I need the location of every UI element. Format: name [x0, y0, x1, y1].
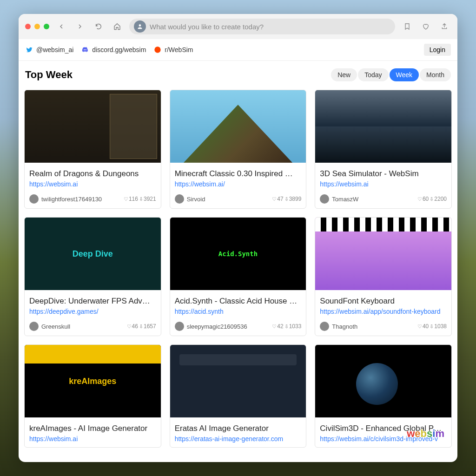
card-thumbnail — [315, 90, 451, 163]
author-avatar[interactable] — [320, 194, 329, 204]
tab-month[interactable]: Month — [420, 68, 451, 81]
card-body: kreAImages - AI Image Generatorhttps://w… — [25, 417, 161, 447]
card-body: DeepDive: Underwater FPS Adv…https://dee… — [25, 290, 161, 336]
login-button[interactable]: Login — [424, 44, 451, 56]
twitter-label: @websim_ai — [36, 46, 73, 53]
card-url[interactable]: https://websim.ai/app/soundfont-keyboard — [320, 308, 447, 315]
project-card[interactable]: SoundFont Keyboardhttps://websim.ai/app/… — [315, 217, 452, 336]
author-avatar[interactable] — [320, 322, 329, 331]
card-title: SoundFont Keyboard — [320, 297, 447, 306]
author-avatar[interactable] — [29, 194, 39, 204]
card-url[interactable]: https://websim.ai — [29, 180, 156, 188]
views-stat: ⇩3921 — [139, 196, 156, 202]
heart-icon: ♡ — [417, 196, 422, 202]
views-stat: ⇩1657 — [139, 323, 156, 330]
card-url[interactable]: https://eratas-ai-image-generator.com — [175, 435, 302, 443]
heart-icon: ♡ — [417, 324, 422, 330]
card-footer: Thagnoth♡40⇩1038 — [320, 322, 447, 331]
header-row: Top Week NewTodayWeekMonth — [23, 68, 453, 90]
tab-new[interactable]: New — [331, 68, 357, 81]
author-avatar[interactable] — [175, 322, 184, 331]
project-card[interactable]: CivilSim3D - Enhanced Global P…https://w… — [315, 344, 452, 448]
close-window-icon[interactable] — [25, 24, 31, 29]
forward-button[interactable] — [73, 20, 86, 33]
views-stat: ⇩2200 — [430, 196, 447, 202]
card-grid: Realm of Dragons & Dungeonshttps://websi… — [23, 90, 453, 448]
project-card[interactable]: kreAImageskreAImages - AI Image Generato… — [24, 344, 161, 448]
twitter-icon — [25, 46, 33, 54]
reddit-link[interactable]: r/WebSim — [153, 46, 193, 54]
card-thumbnail — [315, 218, 451, 290]
reddit-label: r/WebSim — [165, 46, 193, 53]
author-name[interactable]: Greenskull — [41, 323, 124, 330]
card-thumbnail — [315, 345, 451, 417]
views-count: 3921 — [144, 196, 156, 202]
card-url[interactable]: https://websim.ai — [320, 180, 447, 188]
project-card[interactable]: Eratas AI Image Generatorhttps://eratas-… — [170, 344, 307, 448]
minimize-window-icon[interactable] — [34, 24, 40, 29]
heart-icon: ♡ — [124, 196, 128, 202]
tab-today[interactable]: Today — [358, 68, 388, 81]
views-count: 1657 — [144, 323, 156, 330]
likes-stat: ♡40 — [417, 323, 429, 330]
author-avatar[interactable] — [29, 322, 39, 331]
card-url[interactable]: https://websim.ai/ — [175, 180, 302, 188]
share-icon[interactable] — [438, 20, 451, 33]
reload-button[interactable] — [92, 20, 105, 33]
author-avatar[interactable] — [175, 194, 184, 204]
heart-icon: ♡ — [272, 324, 277, 330]
card-thumbnail: Acid.Synth — [170, 218, 306, 290]
maximize-window-icon[interactable] — [44, 24, 49, 29]
card-url[interactable]: https://deepdive.games/ — [29, 308, 156, 315]
twitter-link[interactable]: @websim_ai — [25, 46, 73, 54]
back-button[interactable] — [55, 20, 68, 33]
tab-week[interactable]: Week — [390, 68, 419, 81]
card-title: Eratas AI Image Generator — [175, 424, 302, 433]
views-count: 1033 — [289, 323, 302, 330]
project-card[interactable]: 3D Sea Simulator - WebSimhttps://websim.… — [315, 90, 452, 209]
heart-icon[interactable] — [419, 20, 432, 33]
card-url[interactable]: https://acid.synth — [175, 308, 302, 315]
card-url[interactable]: https://websim.ai — [29, 435, 156, 443]
heart-icon: ♡ — [127, 324, 132, 330]
user-avatar-icon[interactable] — [134, 20, 146, 33]
card-footer: Greenskull♡46⇩1657 — [29, 322, 156, 331]
project-card[interactable]: Deep DiveDeepDive: Underwater FPS Adv…ht… — [24, 217, 161, 336]
card-title: CivilSim3D - Enhanced Global P… — [320, 424, 447, 433]
views-stat: ⇩3899 — [284, 196, 302, 202]
views-icon: ⇩ — [430, 324, 434, 330]
author-name[interactable]: Sirvoid — [187, 196, 270, 203]
home-button[interactable] — [111, 20, 124, 33]
card-stats: ♡40⇩1038 — [417, 323, 447, 330]
card-title: Acid.Synth - Classic Acid House … — [175, 297, 302, 306]
author-name[interactable]: twilightforest17649130 — [41, 196, 121, 203]
likes-count: 42 — [277, 323, 283, 330]
search-input[interactable] — [150, 23, 390, 31]
likes-stat: ♡116 — [124, 196, 138, 202]
card-body: CivilSim3D - Enhanced Global P…https://w… — [315, 417, 451, 447]
project-card[interactable]: Acid.SynthAcid.Synth - Classic Acid Hous… — [170, 217, 307, 336]
likes-count: 40 — [423, 323, 429, 330]
project-card[interactable]: Realm of Dragons & Dungeonshttps://websi… — [24, 90, 161, 209]
search-bar — [129, 19, 395, 34]
card-body: Eratas AI Image Generatorhttps://eratas-… — [170, 417, 306, 447]
toolbar-right — [401, 20, 451, 33]
views-icon: ⇩ — [139, 196, 143, 202]
views-stat: ⇩1033 — [284, 323, 302, 330]
likes-stat: ♡60 — [417, 196, 429, 202]
author-name[interactable]: TomaszW — [332, 196, 415, 203]
author-name[interactable]: Thagnoth — [332, 323, 415, 330]
card-body: SoundFont Keyboardhttps://websim.ai/app/… — [315, 290, 451, 336]
bookmark-icon[interactable] — [401, 20, 414, 33]
likes-stat: ♡46 — [127, 323, 138, 330]
card-thumbnail: Deep Dive — [25, 218, 161, 290]
discord-link[interactable]: discord.gg/websim — [81, 46, 146, 54]
card-url[interactable]: https://websim.ai/c/civilsim3d-improved-… — [320, 435, 447, 443]
card-body: Realm of Dragons & Dungeonshttps://websi… — [25, 163, 161, 208]
views-icon: ⇩ — [430, 196, 434, 202]
card-thumbnail — [170, 345, 306, 417]
project-card[interactable]: Minecraft Classic 0.30 Inspired …https:/… — [170, 90, 307, 209]
views-count: 1038 — [434, 323, 447, 330]
likes-count: 116 — [129, 196, 138, 202]
author-name[interactable]: sleepymagic21609536 — [187, 323, 270, 330]
